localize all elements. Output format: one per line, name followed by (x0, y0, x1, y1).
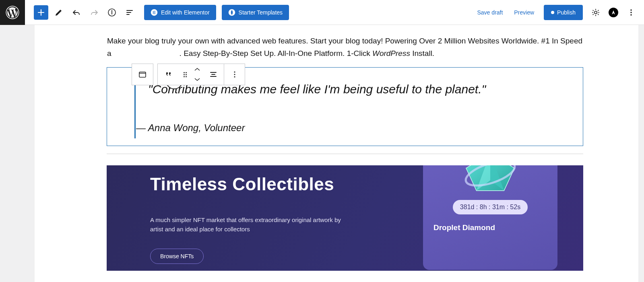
svg-point-6 (630, 12, 632, 13)
edit-elementor-label: Edit with Elementor (161, 9, 210, 16)
publish-label: Publish (557, 9, 576, 16)
publish-button[interactable]: Publish (544, 5, 583, 20)
astra-icon[interactable] (606, 5, 621, 20)
browse-nfts-button[interactable]: Browse NFTs (150, 249, 204, 264)
align-icon[interactable] (203, 64, 224, 85)
block-type-quote-icon[interactable] (158, 64, 179, 85)
paragraph-text-b: . Easy Step-By-Step Set Up. All-In-One P… (180, 49, 372, 58)
quote-citation[interactable]: — Anna Wong, Volunteer (136, 122, 563, 134)
intro-paragraph[interactable]: Make your blog truly your own with advan… (107, 35, 586, 60)
starter-templates-label: Starter Templates (239, 9, 283, 16)
more-options-icon[interactable] (624, 5, 638, 20)
settings-gear-icon[interactable] (588, 5, 603, 20)
nft-banner[interactable]: Timeless Collectibles A much simpler NFT… (107, 165, 583, 271)
svg-point-9 (234, 71, 235, 72)
svg-point-11 (234, 76, 235, 77)
banner-title: Timeless Collectibles (150, 174, 380, 194)
banner-description: A much simpler NFT market that offers ex… (150, 215, 347, 234)
wordpress-logo[interactable] (0, 0, 25, 25)
svg-point-4 (594, 11, 597, 13)
editor-area: Make your blog truly your own with advan… (0, 25, 644, 282)
redo-icon[interactable] (87, 5, 101, 20)
move-down-icon[interactable] (192, 74, 203, 85)
svg-rect-8 (139, 72, 146, 77)
svg-point-5 (630, 9, 632, 11)
preview-button[interactable]: Preview (508, 5, 540, 20)
paragraph-italic: WordPress (372, 49, 410, 58)
undo-icon[interactable] (69, 5, 84, 20)
starter-templates-button[interactable]: Starter Templates (222, 5, 289, 20)
countdown-timer: 381d : 8h : 31m : 52s (453, 200, 528, 214)
block-toolbar (132, 64, 245, 85)
list-view-icon[interactable] (122, 5, 137, 20)
block-parent-icon[interactable] (132, 64, 153, 85)
nft-card-title: Droplet Diamond (433, 223, 495, 232)
nft-card[interactable]: 381d : 8h : 31m : 52s Droplet Diamond (423, 165, 557, 270)
svg-point-7 (630, 14, 632, 16)
cite-prefix: — (136, 122, 148, 133)
edit-tool-icon[interactable] (52, 5, 66, 20)
top-toolbar: Edit with Elementor Starter Templates Sa… (0, 0, 644, 25)
gem-graphic (454, 165, 526, 198)
cite-name: Anna Wong, Volunteer (148, 122, 245, 133)
save-draft-button[interactable]: Save draft (471, 5, 508, 20)
move-up-icon[interactable] (192, 64, 203, 74)
block-more-options-icon[interactable] (224, 64, 245, 85)
add-block-button[interactable] (34, 5, 48, 20)
details-icon[interactable] (105, 5, 119, 20)
edit-with-elementor-button[interactable]: Edit with Elementor (144, 5, 216, 20)
drag-handle-icon[interactable] (179, 64, 192, 85)
paragraph-text-c: Install. (410, 49, 434, 58)
section-divider (107, 154, 583, 154)
svg-point-10 (234, 74, 235, 75)
